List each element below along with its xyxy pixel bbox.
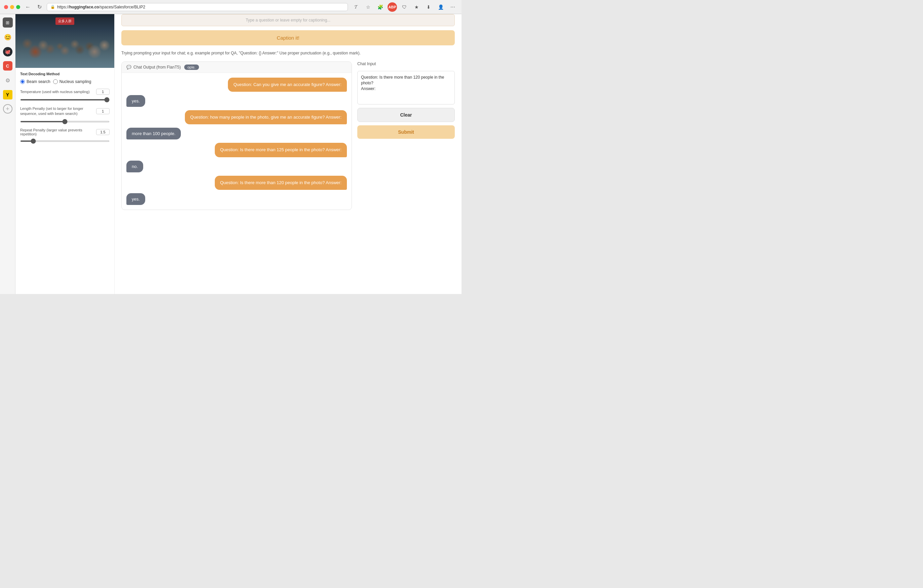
nucleus-sampling-option[interactable]: Nucleus sampling [53, 79, 92, 84]
temperature-section: Temperature (used with nucleus sampling)… [20, 89, 110, 102]
traffic-lights [4, 5, 20, 9]
message-bot-4: yes. [126, 193, 145, 205]
c-extension-icon[interactable]: C [3, 61, 12, 70]
beam-search-label: Beam search [26, 79, 51, 84]
chat-messages: Question: Can you give me an accurate fi… [122, 73, 351, 210]
y-extension-icon[interactable]: Y [3, 90, 12, 100]
repeat-penalty-label-row: Repeat Penalty (larger value prevents re… [20, 128, 110, 136]
clear-button[interactable]: Clear [357, 108, 455, 122]
page-content: 众多人群 Text Decoding Method Beam search Nu… [15, 14, 462, 294]
repeat-penalty-label: Repeat Penalty (larger value prevents re… [20, 128, 96, 136]
menu-icon[interactable]: ⋯ [448, 2, 457, 12]
message-user-1: Question: Can you give me an accurate fi… [228, 78, 347, 92]
message-bot-2: more than 100 people. [126, 128, 181, 139]
message-user-2: Question: how many people in the photo, … [185, 110, 347, 124]
decoding-radio-group: Beam search Nucleus sampling [20, 79, 110, 84]
left-panel: 众多人群 Text Decoding Method Beam search Nu… [15, 14, 115, 294]
message-bot-1: yes. [126, 95, 145, 107]
shield-icon[interactable]: 🛡 [400, 2, 409, 12]
temperature-label: Temperature (used with nucleus sampling) [20, 90, 90, 94]
minimize-button[interactable] [10, 5, 14, 9]
url-text: https://huggingface.co/spaces/Salesforce… [57, 5, 145, 10]
chat-input-panel: Chat Input Question: Is there more than … [357, 62, 455, 210]
repeat-penalty-value: 1.5 [96, 129, 110, 135]
translate-icon[interactable]: 𝓣 [351, 2, 361, 12]
favorites-icon[interactable]: ☆ [363, 2, 373, 12]
caption-prompt-bar: Type a question or leave empty for capti… [122, 14, 455, 26]
output-badge: ople. [184, 64, 199, 70]
star-icon[interactable]: ★ [412, 2, 421, 12]
repeat-penalty-slider[interactable] [20, 141, 110, 142]
browser-actions: 𝓣 ☆ 🧩 ABP 🛡 ★ ⬇ 👤 ⋯ [351, 2, 457, 12]
chat-output-header: 💬 Chat Output (from FlanT5) ople. [122, 62, 351, 73]
nucleus-sampling-label: Nucleus sampling [59, 79, 92, 84]
lock-icon: 🔒 [51, 5, 55, 9]
length-penalty-slider[interactable] [20, 121, 110, 122]
instruction-text: Trying prompting your input for chat; e.… [122, 50, 455, 56]
extension-sidebar: ⊞ 😊 🐙 C ⚙ Y + [0, 14, 15, 294]
adblock-icon[interactable]: ABP [388, 2, 397, 12]
image-banner: 众多人群 [56, 18, 74, 25]
chat-input-label: Chat Input [357, 62, 455, 66]
chat-output-label: Chat Output (from FlanT5) [133, 65, 181, 70]
image-upload-area[interactable]: 众多人群 [15, 14, 114, 68]
length-penalty-value: 1 [96, 108, 110, 114]
temperature-label-row: Temperature (used with nucleus sampling)… [20, 89, 110, 95]
caption-button[interactable]: Caption it! [122, 30, 455, 45]
browser-body: ⊞ 😊 🐙 C ⚙ Y + 众多人群 Text Decoding Method [0, 14, 462, 294]
length-penalty-label-row: Length Penalty (set to larger for longer… [20, 106, 110, 116]
length-penalty-section: Length Penalty (set to larger for longer… [20, 106, 110, 123]
close-button[interactable] [4, 5, 8, 9]
grid-extension-icon[interactable]: ⊞ [3, 18, 13, 28]
chat-area: 💬 Chat Output (from FlanT5) ople. Questi… [122, 62, 455, 210]
forward-button[interactable]: ↻ [36, 3, 43, 11]
add-extension-button[interactable]: + [3, 104, 12, 113]
chat-output-panel: 💬 Chat Output (from FlanT5) ople. Questi… [122, 62, 352, 210]
beam-search-option[interactable]: Beam search [20, 79, 51, 84]
download-icon[interactable]: ⬇ [424, 2, 433, 12]
maximize-button[interactable] [16, 5, 20, 9]
beam-search-radio[interactable] [20, 79, 25, 84]
caption-prompt-text: Type a question or leave empty for capti… [246, 18, 330, 23]
controls-section: Text Decoding Method Beam search Nucleus… [15, 68, 114, 152]
chat-bubble-icon: 💬 [126, 65, 131, 70]
uploaded-image: 众多人群 [15, 14, 114, 68]
length-penalty-label: Length Penalty (set to larger for longer… [20, 106, 96, 116]
back-button[interactable]: ← [23, 3, 32, 11]
settings-extension-icon[interactable]: ⚙ [3, 75, 13, 85]
browser-chrome: ← ↻ 🔒 https://huggingface.co/spaces/Sale… [0, 0, 462, 14]
github-extension-icon[interactable]: 🐙 [3, 47, 12, 56]
message-user-3: Question: Is there more than 125 people … [215, 143, 347, 157]
right-panel: Type a question or leave empty for capti… [115, 14, 462, 294]
nucleus-sampling-radio[interactable] [53, 79, 58, 84]
submit-button[interactable]: Submit [357, 125, 455, 139]
profile-icon[interactable]: 👤 [436, 2, 445, 12]
repeat-penalty-section: Repeat Penalty (larger value prevents re… [20, 128, 110, 143]
temperature-value: 1 [96, 89, 110, 95]
address-bar[interactable]: 🔒 https://huggingface.co/spaces/Salesfor… [47, 3, 348, 11]
extensions-icon[interactable]: 🧩 [376, 2, 385, 12]
decoding-method-title: Text Decoding Method [20, 72, 110, 76]
temperature-slider[interactable] [20, 99, 110, 100]
emoji-extension-icon[interactable]: 😊 [3, 32, 13, 43]
message-bot-3: no. [126, 161, 143, 172]
chat-input-textarea[interactable]: Question: Is there more than 120 people … [357, 71, 455, 105]
message-user-4: Question: Is there more than 120 people … [215, 176, 347, 190]
